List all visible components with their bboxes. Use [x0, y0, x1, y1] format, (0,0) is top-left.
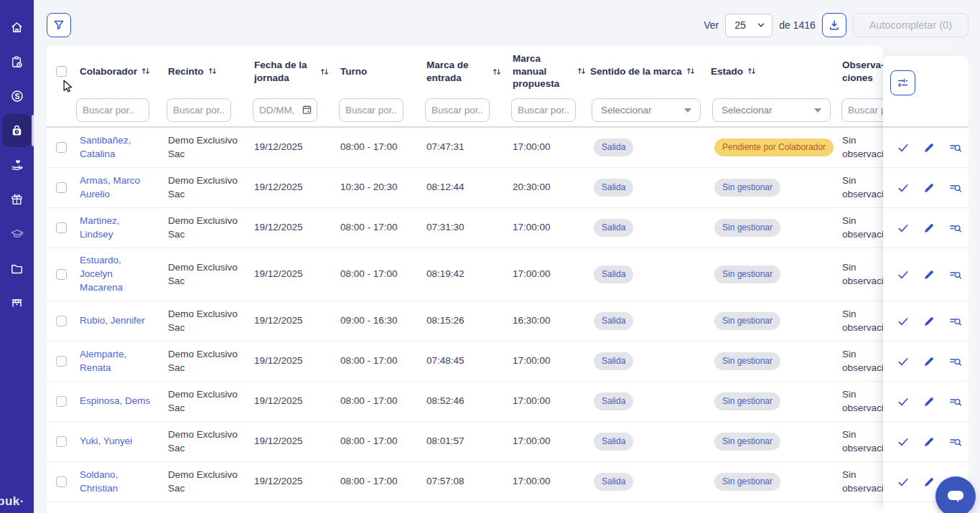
view-detail-search-icon[interactable] — [949, 356, 962, 367]
row-checkbox[interactable] — [56, 316, 67, 326]
filter-input-fecha[interactable] — [253, 98, 317, 122]
view-detail-search-icon[interactable] — [949, 182, 962, 194]
sort-icon[interactable] — [577, 67, 586, 75]
status-badge: Sin gestionar — [714, 473, 780, 491]
sort-icon[interactable] — [320, 67, 329, 76]
row-checkbox[interactable] — [56, 269, 67, 280]
filter-input-marca-manual[interactable] — [511, 98, 576, 122]
row-checkbox[interactable] — [56, 182, 67, 193]
sentido-cell: Salida — [586, 352, 706, 370]
status-badge: Pendiente por Colaborador — [714, 138, 834, 156]
row-actions — [883, 168, 969, 208]
select-all-checkbox[interactable] — [56, 66, 67, 77]
approve-check-icon[interactable] — [897, 182, 909, 194]
view-detail-search-icon[interactable] — [949, 142, 962, 154]
row-checkbox[interactable] — [56, 396, 67, 407]
sidebar-item-remunerations[interactable]: S — [0, 79, 34, 113]
attendance-marks-page: { "app": { "logo_text": "buk·", "colors"… — [0, 0, 980, 513]
filter-input-turno[interactable] — [339, 98, 403, 122]
turno-cell: 08:00 - 17:00 — [336, 435, 422, 448]
fecha-cell: 19/12/2025 — [250, 395, 336, 408]
autocomplete-button[interactable]: Autocompletar (0) — [853, 13, 969, 37]
sort-icon[interactable] — [747, 67, 756, 75]
table-body: Santibañez, Catalina Demo Exclusivo Sac … — [47, 128, 883, 502]
view-detail-search-icon[interactable] — [949, 316, 962, 327]
edit-pencil-icon[interactable] — [923, 182, 935, 194]
direction-badge: Salida — [594, 392, 633, 410]
collaborator-link[interactable]: Estuardo, Jocelyn Macarena — [80, 254, 154, 295]
edit-pencil-icon[interactable] — [923, 356, 935, 367]
edit-pencil-icon[interactable] — [923, 396, 935, 408]
edit-pencil-icon[interactable] — [923, 476, 935, 488]
collaborator-link[interactable]: Alemparte, Renata — [80, 348, 154, 375]
view-label: Ver — [704, 19, 719, 31]
edit-pencil-icon[interactable] — [923, 269, 935, 281]
sidebar-item-training[interactable] — [0, 217, 34, 251]
sort-icon[interactable] — [141, 67, 150, 75]
filter-input-colaborador[interactable] — [76, 98, 149, 122]
collaborator-link[interactable]: Santibañez, Catalina — [80, 134, 154, 161]
page-size-select[interactable]: 25 — [725, 14, 773, 37]
collaborator-link[interactable]: Yuki, Yunyei — [80, 435, 132, 448]
sidebar: S buk· — [0, 0, 34, 513]
collaborator-link[interactable]: Espinosa, Dems — [80, 395, 150, 408]
approve-check-icon[interactable] — [897, 269, 909, 281]
approve-check-icon[interactable] — [897, 356, 909, 367]
filter-select-estado[interactable]: Seleccionar — [712, 98, 831, 122]
sidebar-item-attendance[interactable] — [0, 44, 34, 79]
sidebar-item-gifts[interactable] — [0, 182, 34, 217]
column-settings-button[interactable] — [890, 70, 915, 95]
view-detail-search-icon[interactable] — [949, 269, 962, 281]
row-checkbox[interactable] — [56, 222, 67, 233]
view-detail-search-icon[interactable] — [949, 396, 962, 408]
edit-pencil-icon[interactable] — [923, 222, 935, 234]
approve-check-icon[interactable] — [897, 142, 909, 154]
download-button[interactable] — [822, 13, 846, 37]
collaborator-link[interactable]: Rubio, Jennifer — [80, 314, 145, 328]
filter-input-recinto[interactable] — [167, 98, 231, 122]
chat-button[interactable] — [935, 476, 976, 513]
view-detail-search-icon[interactable] — [949, 222, 962, 234]
row-checkbox[interactable] — [56, 476, 67, 487]
fecha-cell: 19/12/2025 — [250, 354, 336, 368]
fecha-cell: 19/12/2025 — [250, 314, 336, 328]
approve-check-icon[interactable] — [897, 316, 909, 327]
sort-icon[interactable] — [686, 67, 695, 75]
row-checkbox[interactable] — [56, 142, 67, 153]
approve-check-icon[interactable] — [897, 476, 909, 488]
view-detail-search-icon[interactable] — [949, 436, 962, 448]
sidebar-item-time-control[interactable] — [0, 113, 34, 148]
filter-select-sentido[interactable]: Seleccionar — [592, 98, 701, 122]
sort-icon[interactable] — [208, 67, 217, 75]
sort-icon[interactable] — [493, 67, 501, 76]
approve-check-icon[interactable] — [897, 222, 909, 234]
time-control-bag-clock-icon — [10, 124, 24, 138]
home-icon — [10, 21, 24, 34]
edit-pencil-icon[interactable] — [923, 142, 935, 154]
estado-cell: Sin gestionar — [706, 352, 831, 370]
sidebar-item-benefits[interactable] — [0, 148, 34, 182]
turno-cell: 08:00 - 17:00 — [336, 221, 422, 235]
turno-cell: 08:00 - 17:00 — [336, 141, 422, 154]
row-checkbox[interactable] — [56, 356, 67, 367]
sidebar-item-documents[interactable] — [0, 251, 34, 286]
marca-manual-cell: 17:00:00 — [508, 395, 586, 408]
observaciones-cell: Sin observaciones — [831, 469, 883, 496]
filter-button[interactable] — [47, 13, 71, 37]
edit-pencil-icon[interactable] — [923, 316, 935, 327]
marca-manual-cell: 16:30:00 — [508, 314, 586, 328]
edit-pencil-icon[interactable] — [923, 436, 935, 448]
filter-input-marca-entrada[interactable] — [425, 98, 490, 122]
direction-badge: Salida — [594, 433, 633, 451]
approve-check-icon[interactable] — [897, 436, 909, 448]
row-checkbox[interactable] — [56, 436, 67, 447]
sidebar-item-home[interactable] — [0, 10, 34, 44]
collaborator-link[interactable]: Soldano, Christian — [80, 469, 154, 496]
estado-cell: Sin gestionar — [706, 312, 831, 330]
chat-bubble-icon — [946, 488, 965, 505]
collaborator-link[interactable]: Armas, Marco Aurelio — [80, 174, 154, 202]
sidebar-item-assets[interactable] — [0, 286, 34, 320]
approve-check-icon[interactable] — [897, 396, 909, 408]
collaborator-link[interactable]: Martinez, Lindsey — [80, 215, 154, 242]
filter-input-observaciones[interactable] — [841, 98, 883, 122]
